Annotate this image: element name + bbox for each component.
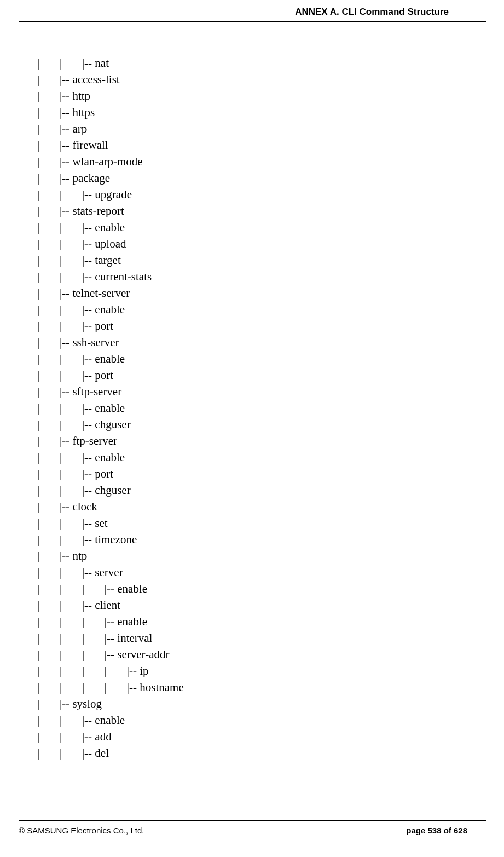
tree-line: | |-- http: [37, 88, 467, 104]
tree-line: | |-- ftp-server: [37, 433, 467, 449]
tree-line: | | | |-- enable: [37, 613, 467, 630]
tree-line: | | | |-- interval: [37, 630, 467, 646]
tree-line: | |-- stats-report: [37, 203, 467, 219]
tree-line: | |-- firewall: [37, 137, 467, 153]
tree-line: | |-- arp: [37, 120, 467, 137]
page-header: ANNEX A. CLI Command Structure: [19, 7, 486, 22]
tree-line: | | |-- set: [37, 515, 467, 531]
tree-line: | | |-- port: [37, 367, 467, 383]
tree-line: | |-- https: [37, 104, 467, 120]
tree-line: | |-- wlan-arp-mode: [37, 153, 467, 170]
tree-line: | |-- syslog: [37, 695, 467, 712]
tree-line: | | |-- chguser: [37, 482, 467, 498]
tree-line: | | |-- del: [37, 745, 467, 761]
tree-line: | | |-- upgrade: [37, 186, 467, 203]
tree-line: | |-- access-list: [37, 71, 467, 88]
tree-line: | |-- sftp-server: [37, 383, 467, 400]
tree-line: | | | | |-- hostname: [37, 679, 467, 695]
tree-line: | | |-- chguser: [37, 416, 467, 433]
footer-copyright: © SAMSUNG Electronics Co., Ltd.: [19, 826, 144, 835]
tree-line: | |-- clock: [37, 498, 467, 515]
tree-line: | | |-- enable: [37, 219, 467, 235]
tree-line: | | |-- enable: [37, 350, 467, 367]
tree-line: | | |-- port: [37, 318, 467, 334]
tree-line: | | |-- enable: [37, 449, 467, 465]
page-footer: © SAMSUNG Electronics Co., Ltd. page 538…: [19, 820, 486, 835]
tree-line: | |-- package: [37, 170, 467, 186]
tree-line: | |-- telnet-server: [37, 285, 467, 301]
tree-line: | | |-- timezone: [37, 531, 467, 548]
cli-tree-body: | | |-- nat | |-- access-list | |-- http…: [37, 55, 467, 761]
page: ANNEX A. CLI Command Structure | | |-- n…: [0, 0, 504, 857]
tree-line: | | |-- port: [37, 465, 467, 482]
tree-line: | | | |-- server-addr: [37, 646, 467, 663]
tree-line: | | |-- nat: [37, 55, 467, 71]
tree-line: | | | |-- enable: [37, 580, 467, 597]
tree-line: | | | | |-- ip: [37, 663, 467, 679]
tree-line: | | |-- server: [37, 564, 467, 580]
tree-line: | | |-- current-stats: [37, 268, 467, 285]
tree-line: | |-- ntp: [37, 548, 467, 564]
tree-line: | | |-- upload: [37, 235, 467, 252]
tree-line: | |-- ssh-server: [37, 334, 467, 350]
tree-line: | | |-- target: [37, 252, 467, 268]
tree-line: | | |-- enable: [37, 301, 467, 318]
tree-line: | | |-- client: [37, 597, 467, 613]
tree-line: | | |-- enable: [37, 712, 467, 728]
footer-page-number: page 538 of 628: [406, 826, 467, 835]
tree-line: | | |-- add: [37, 728, 467, 745]
tree-line: | | |-- enable: [37, 400, 467, 416]
header-title: ANNEX A. CLI Command Structure: [295, 7, 449, 17]
